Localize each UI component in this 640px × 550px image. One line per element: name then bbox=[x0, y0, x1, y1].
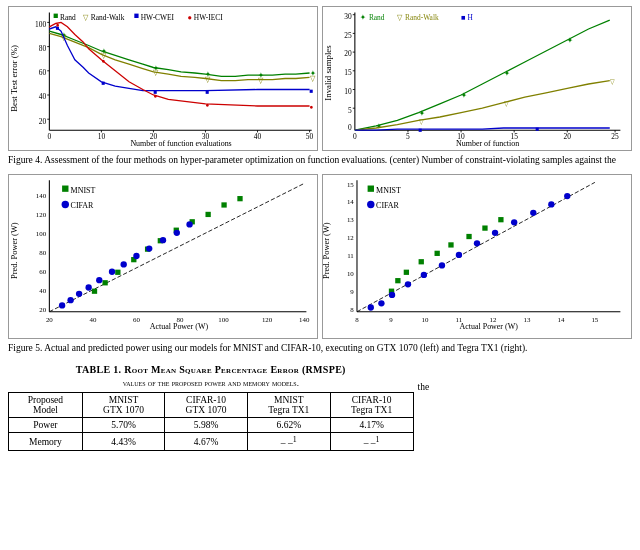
rmspe-table: ProposedModel MNISTGTX 1070 CIFAR-10GTX … bbox=[8, 392, 414, 451]
svg-text:20: 20 bbox=[150, 132, 158, 141]
svg-text:40: 40 bbox=[39, 287, 46, 294]
svg-text:Pred. Power (W): Pred. Power (W) bbox=[323, 222, 331, 279]
row-label-power: Power bbox=[9, 418, 83, 433]
svg-point-130 bbox=[96, 277, 102, 283]
svg-point-173 bbox=[378, 300, 384, 306]
svg-text:●: ● bbox=[153, 92, 157, 99]
svg-text:15: 15 bbox=[591, 316, 598, 323]
svg-rect-165 bbox=[404, 269, 409, 274]
svg-text:20: 20 bbox=[39, 306, 46, 313]
cell-power-cifar-tegra: 4.17% bbox=[330, 418, 413, 433]
cell-memory-cifar-gtx: 4.67% bbox=[165, 433, 248, 451]
svg-text:■: ■ bbox=[310, 87, 314, 94]
svg-text:100: 100 bbox=[36, 230, 47, 237]
svg-text:13: 13 bbox=[347, 216, 354, 223]
col-header-mnist-tegra: MNISTTegra TX1 bbox=[247, 393, 330, 418]
table-subtitle: values of the proposed power and memory … bbox=[8, 377, 414, 390]
svg-text:50: 50 bbox=[306, 132, 314, 141]
svg-rect-170 bbox=[482, 225, 487, 230]
svg-text:HW-CWEI: HW-CWEI bbox=[141, 13, 175, 22]
col-header-cifar-tegra: CIFAR-10Tegra TX1 bbox=[330, 393, 413, 418]
svg-text:✦ Rand: ✦ Rand bbox=[360, 13, 385, 22]
svg-text:✦: ✦ bbox=[461, 91, 468, 100]
svg-text:60: 60 bbox=[39, 68, 47, 77]
svg-text:40: 40 bbox=[89, 316, 96, 323]
svg-text:25: 25 bbox=[344, 31, 352, 40]
svg-text:0: 0 bbox=[48, 132, 52, 141]
svg-text:9: 9 bbox=[350, 288, 354, 295]
svg-text:20: 20 bbox=[46, 316, 53, 323]
svg-text:Pred. Power (W): Pred. Power (W) bbox=[9, 222, 19, 279]
svg-text:▽: ▽ bbox=[610, 78, 615, 85]
svg-text:140: 140 bbox=[299, 316, 310, 323]
svg-point-175 bbox=[405, 281, 411, 287]
cell-power-mnist-gtx: 5.70% bbox=[82, 418, 165, 433]
svg-text:10: 10 bbox=[344, 87, 352, 96]
svg-rect-167 bbox=[435, 251, 440, 256]
svg-text:80: 80 bbox=[39, 249, 46, 256]
svg-point-172 bbox=[368, 304, 374, 310]
svg-text:13: 13 bbox=[523, 316, 530, 323]
svg-text:▽: ▽ bbox=[83, 13, 90, 22]
svg-text:✦: ✦ bbox=[567, 36, 574, 45]
svg-rect-168 bbox=[448, 242, 453, 247]
right-text-the: the bbox=[418, 381, 632, 394]
table-title: TABLE 1. Root Mean Square Percentage Err… bbox=[8, 363, 414, 377]
svg-text:12: 12 bbox=[489, 316, 496, 323]
svg-point-174 bbox=[389, 292, 395, 298]
svg-rect-123 bbox=[205, 212, 210, 217]
row-label-memory: Memory bbox=[9, 433, 83, 451]
cell-power-mnist-tegra: 6.62% bbox=[247, 418, 330, 433]
svg-text:60: 60 bbox=[133, 316, 140, 323]
svg-point-134 bbox=[146, 245, 152, 251]
svg-text:●: ● bbox=[310, 103, 314, 110]
svg-rect-115 bbox=[92, 288, 97, 293]
svg-rect-51 bbox=[134, 14, 138, 18]
svg-text:■: ■ bbox=[101, 79, 105, 86]
svg-text:▽: ▽ bbox=[258, 76, 265, 85]
svg-text:▽: ▽ bbox=[504, 100, 509, 107]
svg-rect-125 bbox=[237, 196, 242, 201]
svg-point-184 bbox=[564, 193, 570, 199]
svg-text:60: 60 bbox=[39, 268, 46, 275]
svg-text:10: 10 bbox=[422, 316, 429, 323]
col-header-mnist-gtx: MNISTGTX 1070 bbox=[82, 393, 165, 418]
svg-text:120: 120 bbox=[262, 316, 273, 323]
fig5-caption: Figure 5. Actual and predicted power usi… bbox=[8, 342, 632, 355]
svg-text:MNIST: MNIST bbox=[71, 186, 96, 195]
svg-point-181 bbox=[511, 219, 517, 225]
svg-text:MNIST: MNIST bbox=[376, 186, 401, 195]
svg-text:Best Test error (%): Best Test error (%) bbox=[10, 45, 20, 112]
svg-text:■: ■ bbox=[419, 126, 423, 133]
svg-point-127 bbox=[67, 297, 73, 303]
svg-text:15: 15 bbox=[510, 132, 518, 141]
svg-point-187 bbox=[367, 201, 374, 208]
svg-point-135 bbox=[160, 237, 166, 243]
svg-text:20: 20 bbox=[564, 132, 572, 141]
svg-point-126 bbox=[59, 302, 65, 308]
table-section: TABLE 1. Root Mean Square Percentage Err… bbox=[8, 363, 414, 452]
svg-rect-185 bbox=[368, 185, 374, 191]
chart-scatter-gtx: Pred. Power (W) Actual Power (W) 20 40 6… bbox=[8, 174, 318, 339]
svg-point-129 bbox=[85, 284, 91, 290]
cell-memory-cifar-tegra: – –1 bbox=[330, 433, 413, 451]
svg-text:20: 20 bbox=[39, 116, 47, 125]
svg-text:▽ Rand-Walk: ▽ Rand-Walk bbox=[397, 13, 439, 22]
svg-point-132 bbox=[121, 261, 127, 267]
svg-text:■ H: ■ H bbox=[461, 13, 473, 22]
svg-point-183 bbox=[548, 201, 554, 207]
svg-text:▽: ▽ bbox=[205, 75, 212, 84]
svg-text:CIFAR: CIFAR bbox=[71, 200, 95, 209]
svg-text:✦: ✦ bbox=[504, 69, 511, 78]
svg-point-180 bbox=[492, 229, 498, 235]
svg-text:30: 30 bbox=[202, 132, 210, 141]
svg-rect-169 bbox=[466, 234, 471, 239]
svg-text:11: 11 bbox=[456, 316, 463, 323]
svg-text:▽: ▽ bbox=[310, 74, 317, 83]
svg-text:8: 8 bbox=[355, 316, 359, 323]
svg-point-177 bbox=[439, 262, 445, 268]
svg-point-176 bbox=[421, 272, 427, 278]
svg-text:80: 80 bbox=[39, 44, 47, 53]
right-content-placeholder: the bbox=[418, 361, 632, 452]
svg-text:0: 0 bbox=[348, 123, 352, 132]
